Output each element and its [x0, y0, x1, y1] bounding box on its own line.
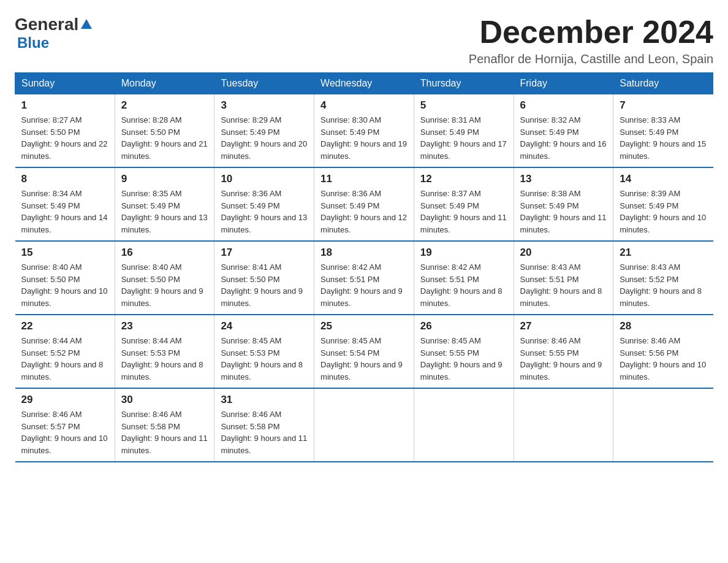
sunset-text: Sunset: 5:58 PM [221, 421, 308, 433]
sunset-text: Sunset: 5:57 PM [21, 421, 108, 433]
daylight-text: Daylight: 9 hours and 9 minutes. [121, 285, 208, 309]
calendar-day-cell: 25Sunrise: 8:45 AMSunset: 5:54 PMDayligh… [314, 315, 414, 388]
day-number: 17 [221, 247, 308, 259]
sunset-text: Sunset: 5:49 PM [221, 126, 308, 139]
calendar-week-row: 1Sunrise: 8:27 AMSunset: 5:50 PMDaylight… [15, 94, 713, 168]
daylight-text: Daylight: 9 hours and 11 minutes. [420, 212, 507, 236]
calendar-day-cell: 30Sunrise: 8:46 AMSunset: 5:58 PMDayligh… [115, 388, 214, 462]
calendar-table: SundayMondayTuesdayWednesdayThursdayFrid… [15, 72, 713, 462]
day-number: 23 [121, 320, 208, 332]
day-number: 2 [121, 99, 208, 112]
day-info: Sunrise: 8:40 AMSunset: 5:50 PMDaylight:… [121, 261, 208, 309]
daylight-text: Daylight: 9 hours and 8 minutes. [420, 285, 507, 309]
sunset-text: Sunset: 5:51 PM [420, 274, 507, 286]
day-number: 12 [420, 173, 507, 185]
sunset-text: Sunset: 5:55 PM [420, 347, 507, 359]
sunset-text: Sunset: 5:49 PM [121, 200, 208, 212]
day-number: 24 [221, 320, 308, 332]
calendar-header-row: SundayMondayTuesdayWednesdayThursdayFrid… [15, 73, 713, 94]
day-number: 7 [620, 99, 707, 112]
calendar-day-cell [613, 388, 713, 462]
day-number: 22 [21, 320, 108, 332]
day-info: Sunrise: 8:30 AMSunset: 5:49 PMDaylight:… [320, 114, 408, 162]
sunset-text: Sunset: 5:49 PM [520, 200, 607, 212]
sunrise-text: Sunrise: 8:45 AM [320, 335, 408, 347]
calendar-day-cell [314, 388, 414, 462]
daylight-text: Daylight: 9 hours and 8 minutes. [21, 359, 108, 383]
sunrise-text: Sunrise: 8:37 AM [420, 188, 507, 200]
day-number: 11 [320, 173, 408, 185]
sunrise-text: Sunrise: 8:44 AM [21, 335, 108, 347]
day-number: 15 [21, 247, 108, 259]
day-info: Sunrise: 8:38 AMSunset: 5:49 PMDaylight:… [520, 188, 607, 236]
sunrise-text: Sunrise: 8:36 AM [221, 188, 308, 200]
daylight-text: Daylight: 9 hours and 11 minutes. [221, 432, 308, 456]
calendar-day-cell: 9Sunrise: 8:35 AMSunset: 5:49 PMDaylight… [115, 167, 214, 241]
day-info: Sunrise: 8:27 AMSunset: 5:50 PMDaylight:… [21, 114, 108, 162]
day-number: 20 [520, 247, 607, 259]
sunset-text: Sunset: 5:51 PM [520, 274, 607, 286]
calendar-day-cell: 22Sunrise: 8:44 AMSunset: 5:52 PMDayligh… [15, 315, 115, 388]
daylight-text: Daylight: 9 hours and 20 minutes. [221, 138, 308, 162]
day-number: 14 [620, 173, 707, 185]
calendar-day-cell: 24Sunrise: 8:45 AMSunset: 5:53 PMDayligh… [214, 315, 314, 388]
calendar-day-cell: 23Sunrise: 8:44 AMSunset: 5:53 PMDayligh… [115, 315, 214, 388]
sunrise-text: Sunrise: 8:31 AM [420, 114, 507, 126]
day-of-week-header: Friday [514, 73, 613, 94]
calendar-day-cell: 5Sunrise: 8:31 AMSunset: 5:49 PMDaylight… [414, 94, 514, 168]
calendar-day-cell: 29Sunrise: 8:46 AMSunset: 5:57 PMDayligh… [15, 388, 115, 462]
day-number: 6 [520, 99, 607, 112]
sunset-text: Sunset: 5:50 PM [121, 126, 208, 139]
day-number: 13 [520, 173, 607, 185]
day-info: Sunrise: 8:37 AMSunset: 5:49 PMDaylight:… [420, 188, 507, 236]
sunrise-text: Sunrise: 8:40 AM [21, 261, 108, 274]
daylight-text: Daylight: 9 hours and 10 minutes. [620, 359, 707, 383]
day-of-week-header: Monday [115, 73, 214, 94]
calendar-day-cell: 28Sunrise: 8:46 AMSunset: 5:56 PMDayligh… [613, 315, 713, 388]
day-info: Sunrise: 8:46 AMSunset: 5:55 PMDaylight:… [520, 335, 607, 383]
day-of-week-header: Tuesday [214, 73, 314, 94]
day-info: Sunrise: 8:41 AMSunset: 5:50 PMDaylight:… [221, 261, 308, 309]
calendar-day-cell [414, 388, 514, 462]
calendar-day-cell: 4Sunrise: 8:30 AMSunset: 5:49 PMDaylight… [314, 94, 414, 168]
calendar-week-row: 8Sunrise: 8:34 AMSunset: 5:49 PMDaylight… [15, 167, 713, 241]
calendar-day-cell: 3Sunrise: 8:29 AMSunset: 5:49 PMDaylight… [214, 94, 314, 168]
calendar-day-cell: 14Sunrise: 8:39 AMSunset: 5:49 PMDayligh… [613, 167, 713, 241]
day-info: Sunrise: 8:39 AMSunset: 5:49 PMDaylight:… [620, 188, 707, 236]
sunrise-text: Sunrise: 8:32 AM [520, 114, 607, 126]
sunrise-text: Sunrise: 8:35 AM [121, 188, 208, 200]
day-of-week-header: Sunday [15, 73, 115, 94]
daylight-text: Daylight: 9 hours and 10 minutes. [21, 285, 108, 309]
daylight-text: Daylight: 9 hours and 12 minutes. [320, 212, 408, 236]
sunrise-text: Sunrise: 8:30 AM [320, 114, 408, 126]
day-info: Sunrise: 8:45 AMSunset: 5:53 PMDaylight:… [221, 335, 308, 383]
sunset-text: Sunset: 5:49 PM [420, 126, 507, 139]
sunrise-text: Sunrise: 8:27 AM [21, 114, 108, 126]
sunrise-text: Sunrise: 8:42 AM [320, 261, 408, 274]
sunrise-text: Sunrise: 8:29 AM [221, 114, 308, 126]
day-of-week-header: Saturday [613, 73, 713, 94]
calendar-day-cell: 2Sunrise: 8:28 AMSunset: 5:50 PMDaylight… [115, 94, 214, 168]
day-info: Sunrise: 8:40 AMSunset: 5:50 PMDaylight:… [21, 261, 108, 309]
day-number: 25 [320, 320, 408, 332]
daylight-text: Daylight: 9 hours and 11 minutes. [121, 432, 208, 456]
calendar-day-cell: 18Sunrise: 8:42 AMSunset: 5:51 PMDayligh… [314, 241, 414, 315]
svg-marker-0 [81, 19, 92, 29]
calendar-day-cell: 15Sunrise: 8:40 AMSunset: 5:50 PMDayligh… [15, 241, 115, 315]
calendar-day-cell: 6Sunrise: 8:32 AMSunset: 5:49 PMDaylight… [514, 94, 613, 168]
sunset-text: Sunset: 5:49 PM [21, 200, 108, 212]
calendar-day-cell: 20Sunrise: 8:43 AMSunset: 5:51 PMDayligh… [514, 241, 613, 315]
sunrise-text: Sunrise: 8:46 AM [620, 335, 707, 347]
daylight-text: Daylight: 9 hours and 10 minutes. [620, 212, 707, 236]
daylight-text: Daylight: 9 hours and 9 minutes. [420, 359, 507, 383]
calendar-day-cell: 7Sunrise: 8:33 AMSunset: 5:49 PMDaylight… [613, 94, 713, 168]
sunrise-text: Sunrise: 8:34 AM [21, 188, 108, 200]
sunset-text: Sunset: 5:58 PM [121, 421, 208, 433]
day-info: Sunrise: 8:42 AMSunset: 5:51 PMDaylight:… [320, 261, 408, 309]
daylight-text: Daylight: 9 hours and 13 minutes. [121, 212, 208, 236]
daylight-text: Daylight: 9 hours and 9 minutes. [320, 285, 408, 309]
day-info: Sunrise: 8:42 AMSunset: 5:51 PMDaylight:… [420, 261, 507, 309]
daylight-text: Daylight: 9 hours and 15 minutes. [620, 138, 707, 162]
day-number: 9 [121, 173, 208, 185]
day-number: 5 [420, 99, 507, 112]
